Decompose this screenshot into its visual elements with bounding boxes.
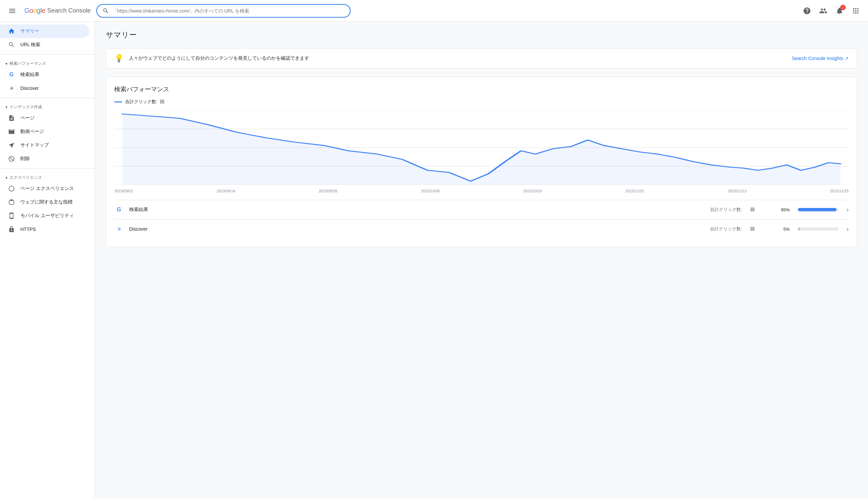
legend-line — [114, 102, 122, 103]
mobile-icon — [8, 212, 15, 219]
sidebar-item-search-results[interactable]: G 検索結果 — [0, 68, 89, 81]
search-bar[interactable] — [96, 4, 351, 18]
sidebar-video-label: 動画ページ — [21, 129, 44, 135]
x-label-2: 2023/09/26 — [319, 189, 337, 193]
sidebar-item-mobile[interactable]: モバイル ユーザビリティ — [0, 209, 89, 223]
search-input[interactable] — [112, 8, 345, 14]
sidebar-item-discover[interactable]: ✳ Discover — [0, 81, 89, 95]
sitemap-icon — [8, 142, 15, 148]
search-console-insights-link[interactable]: Search Console Insights ↗ — [792, 56, 849, 61]
perf-row-pct-0: 95% — [777, 207, 790, 212]
sidebar-item-cwv[interactable]: ウェブに関する主な指標 — [0, 195, 89, 209]
sidebar-discover-label: Discover — [21, 86, 39, 91]
chart-x-labels: 2023/09/02 2023/09/14 2023/09/26 2023/10… — [114, 187, 849, 194]
sidebar: サマリー URL 検索 ▾ 検索パフォーマンス G 検索結果 ✳ Discove… — [0, 22, 95, 498]
perf-metric-label-1: 合計クリック数: — [710, 226, 742, 232]
x-label-0: 2023/09/02 — [114, 189, 133, 193]
perf-row-count-0: 回 — [750, 207, 764, 213]
apps-button[interactable] — [849, 4, 863, 18]
sidebar-url-label: URL 検索 — [21, 42, 40, 48]
perf-row-search-results[interactable]: G 検索結果 合計クリック数: 回 95% › — [114, 200, 849, 219]
section-index[interactable]: ▾ インデックス作成 — [0, 101, 95, 111]
x-label-7: 2023/11/25 — [830, 189, 849, 193]
sidebar-item-pages[interactable]: ページ — [0, 111, 89, 125]
sidebar-page-exp-label: ページ エクスペリエンス — [21, 186, 74, 192]
perf-row-bar-container-1 — [798, 227, 839, 231]
page-experience-icon — [8, 185, 15, 192]
perf-row-name-0: 検索結果 — [129, 207, 705, 213]
sidebar-item-summary[interactable]: サマリー — [0, 24, 89, 38]
x-label-6: 2023/11/13 — [727, 189, 746, 193]
perf-row-name-1: Discover — [129, 226, 705, 232]
x-label-1: 2023/09/14 — [217, 189, 235, 193]
product-name: Search Console — [48, 7, 91, 14]
x-label-4: 2023/10/20 — [523, 189, 542, 193]
google-g-icon: G — [8, 71, 15, 78]
chevron-right-icon-1: › — [847, 226, 849, 233]
page-title: サマリー — [106, 30, 857, 40]
sidebar-pages-label: ページ — [21, 115, 35, 121]
external-link-icon: ↗ — [845, 56, 849, 61]
perf-row-count-1: 回 — [750, 226, 764, 232]
section-search-performance[interactable]: ▾ 検索パフォーマンス — [0, 57, 95, 68]
performance-chart[interactable] — [114, 110, 849, 185]
chevron-right-icon-0: › — [847, 206, 849, 213]
performance-card: 検索パフォーマンス 合計クリック数: 回 2023/09/02 2023/ — [106, 77, 857, 247]
chevron-down-icon-2: ▾ — [5, 105, 8, 109]
sidebar-item-page-experience[interactable]: ページ エクスペリエンス — [0, 182, 89, 195]
sidebar-item-sitemap[interactable]: サイトマップ — [0, 139, 89, 152]
x-label-5: 2023/11/01 — [626, 189, 644, 193]
perf-row-discover[interactable]: ✳ Discover 合計クリック数: 回 5% › — [114, 219, 849, 238]
account-button[interactable] — [816, 4, 830, 18]
sidebar-item-removal[interactable]: 削除 — [0, 152, 89, 166]
notification-button[interactable]: 1 — [833, 4, 846, 18]
chevron-down-icon-3: ▾ — [5, 175, 8, 180]
section-label-3: エクスペリエンス — [10, 175, 42, 181]
lightbulb-icon: 💡 — [114, 54, 123, 63]
sidebar-search-results-label: 検索結果 — [21, 71, 39, 78]
cwv-icon — [8, 199, 15, 206]
menu-icon[interactable] — [5, 4, 19, 18]
sidebar-item-url-inspection[interactable]: URL 検索 — [0, 38, 89, 52]
main-content: サマリー 💡 人々がウェブでどのようにして自分のコンテンツを発見しているのかを確… — [95, 22, 868, 498]
card-title: 検索パフォーマンス — [114, 85, 849, 93]
discover-icon-row: ✳ — [114, 224, 124, 234]
page-icon — [8, 115, 15, 121]
chart-legend: 合計クリック数: 回 — [114, 99, 849, 105]
app-header: Google Search Console 1 — [0, 0, 868, 22]
chevron-down-icon: ▾ — [5, 62, 8, 66]
sidebar-summary-label: サマリー — [21, 28, 39, 34]
sidebar-removal-label: 削除 — [21, 156, 30, 162]
app-layout: サマリー URL 検索 ▾ 検索パフォーマンス G 検索結果 ✳ Discove… — [0, 22, 868, 498]
header-actions: 1 — [800, 4, 863, 18]
app-logo[interactable]: Google Search Console — [24, 7, 91, 15]
insight-text: 人々がウェブでどのようにして自分のコンテンツを発見しているのかを確認できます — [129, 55, 786, 62]
help-button[interactable] — [800, 4, 814, 18]
sidebar-cwv-label: ウェブに関する主な指標 — [21, 199, 72, 205]
https-icon — [8, 226, 15, 233]
sidebar-https-label: HTTPS — [21, 227, 36, 232]
sidebar-divider-3 — [0, 168, 95, 169]
search-icon — [8, 41, 15, 48]
notification-badge: 1 — [840, 5, 846, 10]
svg-marker-5 — [122, 114, 841, 185]
removal-icon — [8, 155, 15, 162]
sidebar-item-video-pages[interactable]: 動画ページ — [0, 125, 89, 139]
video-icon — [8, 128, 15, 135]
sidebar-sitemap-label: サイトマップ — [21, 142, 49, 148]
discover-icon: ✳ — [8, 85, 15, 92]
perf-row-pct-1: 5% — [777, 227, 790, 232]
section-experience[interactable]: ▾ エクスペリエンス — [0, 171, 95, 182]
sidebar-mobile-label: モバイル ユーザビリティ — [21, 213, 74, 219]
perf-row-bar-1 — [798, 227, 800, 231]
home-icon — [8, 28, 15, 35]
perf-metric-label-0: 合計クリック数: — [710, 207, 742, 213]
x-label-3: 2023/10/08 — [421, 189, 440, 193]
legend-label: 合計クリック数: — [125, 99, 157, 105]
section-label-2: インデックス作成 — [10, 104, 42, 110]
search-icon — [103, 8, 109, 14]
sidebar-divider-1 — [0, 54, 95, 55]
google-g-icon-row: G — [114, 205, 124, 214]
sidebar-divider-2 — [0, 98, 95, 98]
sidebar-item-https[interactable]: HTTPS — [0, 223, 89, 236]
